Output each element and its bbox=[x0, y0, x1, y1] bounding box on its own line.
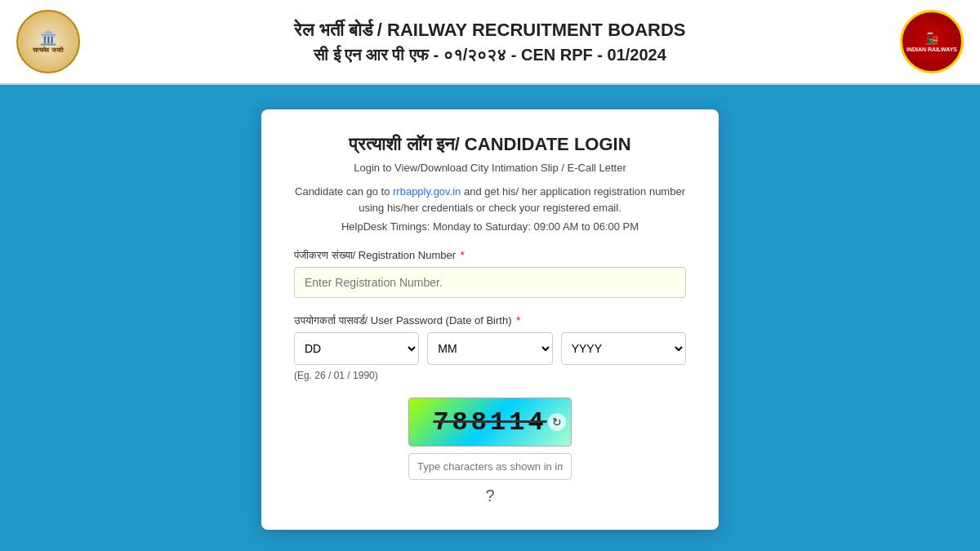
captcha-refresh-icon[interactable]: ↻ bbox=[548, 413, 566, 431]
dob-selects: DD MM YYYY bbox=[294, 332, 686, 365]
main-content: प्रत्याशी लॉग इन/ CANDIDATE LOGIN Login … bbox=[0, 85, 980, 551]
emblem-right: 🚂 INDIAN RAILWAYS bbox=[900, 10, 964, 73]
emblem-left: 🏛️ सत्यमेव जयते bbox=[16, 10, 80, 73]
dob-dd-select[interactable]: DD bbox=[294, 332, 419, 365]
card-title: प्रत्याशी लॉग इन/ CANDIDATE LOGIN bbox=[294, 134, 686, 155]
dob-required: * bbox=[516, 314, 520, 327]
login-card: प्रत्याशी लॉग इन/ CANDIDATE LOGIN Login … bbox=[261, 109, 719, 530]
dob-example: (Eg. 26 / 01 / 1990) bbox=[294, 370, 686, 381]
captcha-input[interactable] bbox=[408, 453, 572, 480]
captcha-help-icon[interactable]: ? bbox=[485, 487, 494, 505]
registration-group: पंजीकरण संख्या/ Registration Number * bbox=[294, 249, 686, 298]
captcha-image: 788114 ↻ bbox=[408, 398, 572, 447]
card-info-text: Candidate can go to bbox=[295, 185, 390, 198]
page-header: 🏛️ सत्यमेव जयते रेल भर्ती बोर्ड / RAILWA… bbox=[0, 0, 980, 85]
dob-group: उपयोगकर्ता पासवर्ड/ User Password (Date … bbox=[294, 314, 686, 381]
rrbapply-link[interactable]: rrbapply.gov.in bbox=[393, 185, 461, 198]
required-marker: * bbox=[461, 249, 465, 261]
emblem-left-text: सत्यमेव जयते bbox=[33, 47, 63, 55]
header-title-sub: सी ई एन आर पी एफ - ०१/२०२४ - CEN RPF - 0… bbox=[80, 46, 900, 64]
dob-label: उपयोगकर्ता पासवर्ड/ User Password (Date … bbox=[294, 314, 686, 327]
reg-label: पंजीकरण संख्या/ Registration Number * bbox=[294, 249, 686, 262]
header-title-hindi: रेल भर्ती बोर्ड / RAILWAY RECRUITMENT BO… bbox=[80, 20, 900, 41]
emblem-right-text: INDIAN RAILWAYS bbox=[906, 47, 957, 52]
header-center: रेल भर्ती बोर्ड / RAILWAY RECRUITMENT BO… bbox=[80, 20, 900, 64]
card-helpdesk: HelpDesk Timings: Monday to Saturday: 09… bbox=[294, 220, 686, 233]
dob-mm-select[interactable]: MM bbox=[427, 332, 552, 365]
captcha-text: 788114 bbox=[433, 407, 546, 438]
card-info: Candidate can go to rrbapply.gov.in and … bbox=[294, 184, 686, 216]
card-subtitle: Login to View/Download City Intimation S… bbox=[294, 162, 686, 174]
registration-input[interactable] bbox=[294, 267, 686, 298]
dob-yyyy-select[interactable]: YYYY bbox=[561, 332, 686, 365]
captcha-container: 788114 ↻ ? bbox=[294, 398, 686, 505]
